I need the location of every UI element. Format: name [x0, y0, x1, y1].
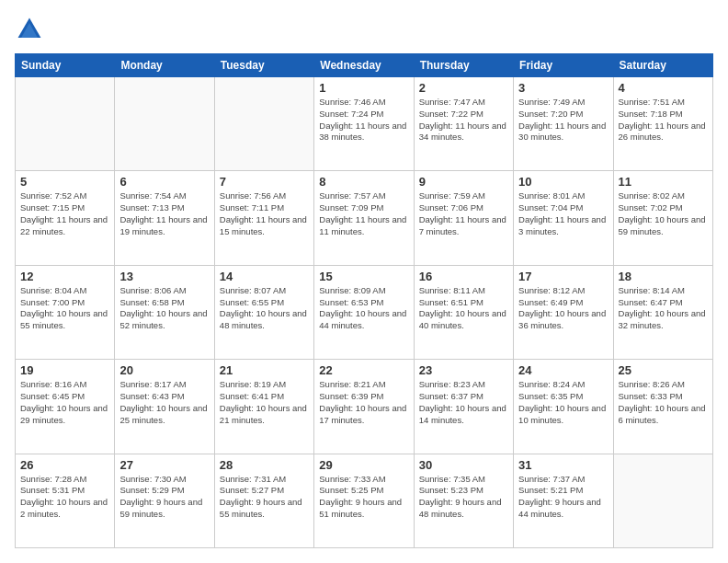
calendar-cell: 15Sunrise: 8:09 AM Sunset: 6:53 PM Dayli…	[314, 265, 414, 359]
calendar-cell: 25Sunrise: 8:26 AM Sunset: 6:33 PM Dayli…	[613, 360, 712, 454]
calendar-cell: 27Sunrise: 7:30 AM Sunset: 5:29 PM Dayli…	[115, 454, 214, 547]
day-number: 5	[20, 175, 109, 189]
day-number: 27	[119, 458, 209, 472]
weekday-header-thursday: Thursday	[414, 54, 513, 77]
day-info: Sunrise: 8:14 AM Sunset: 6:47 PM Dayligh…	[619, 285, 708, 332]
day-info: Sunrise: 7:59 AM Sunset: 7:06 PM Dayligh…	[419, 190, 508, 237]
header	[15, 15, 713, 44]
day-number: 2	[419, 81, 508, 95]
calendar-table: SundayMondayTuesdayWednesdayThursdayFrid…	[15, 53, 713, 548]
weekday-header-tuesday: Tuesday	[214, 54, 313, 77]
day-info: Sunrise: 7:30 AM Sunset: 5:29 PM Dayligh…	[119, 474, 209, 521]
calendar-cell: 7Sunrise: 7:56 AM Sunset: 7:11 PM Daylig…	[214, 171, 313, 265]
week-row-3: 12Sunrise: 8:04 AM Sunset: 7:00 PM Dayli…	[16, 265, 713, 359]
calendar-cell: 31Sunrise: 7:37 AM Sunset: 5:21 PM Dayli…	[514, 454, 613, 547]
day-number: 21	[220, 363, 309, 377]
day-number: 13	[119, 270, 209, 283]
day-info: Sunrise: 8:24 AM Sunset: 6:35 PM Dayligh…	[518, 379, 608, 426]
calendar-cell: 18Sunrise: 8:14 AM Sunset: 6:47 PM Dayli…	[613, 265, 712, 359]
weekday-header-wednesday: Wednesday	[314, 54, 414, 77]
day-number: 31	[518, 458, 608, 472]
day-info: Sunrise: 8:26 AM Sunset: 6:33 PM Dayligh…	[619, 379, 708, 426]
day-number: 10	[518, 175, 608, 189]
page: SundayMondayTuesdayWednesdayThursdayFrid…	[0, 0, 728, 563]
day-info: Sunrise: 7:54 AM Sunset: 7:13 PM Dayligh…	[119, 190, 209, 237]
calendar-cell	[115, 77, 214, 171]
day-number: 6	[119, 175, 209, 189]
calendar-cell: 14Sunrise: 8:07 AM Sunset: 6:55 PM Dayli…	[214, 265, 313, 359]
day-info: Sunrise: 7:33 AM Sunset: 5:25 PM Dayligh…	[319, 474, 408, 521]
weekday-header-row: SundayMondayTuesdayWednesdayThursdayFrid…	[16, 54, 713, 77]
day-info: Sunrise: 8:11 AM Sunset: 6:51 PM Dayligh…	[419, 285, 508, 332]
logo-icon	[15, 15, 44, 44]
day-info: Sunrise: 7:47 AM Sunset: 7:22 PM Dayligh…	[419, 97, 508, 144]
calendar-cell: 19Sunrise: 8:16 AM Sunset: 6:45 PM Dayli…	[16, 360, 115, 454]
day-info: Sunrise: 8:21 AM Sunset: 6:39 PM Dayligh…	[319, 379, 408, 426]
day-number: 9	[419, 175, 508, 189]
calendar-cell: 17Sunrise: 8:12 AM Sunset: 6:49 PM Dayli…	[514, 265, 613, 359]
day-number: 11	[619, 175, 708, 189]
day-info: Sunrise: 7:52 AM Sunset: 7:15 PM Dayligh…	[20, 190, 109, 237]
calendar-cell	[16, 77, 115, 171]
day-info: Sunrise: 8:16 AM Sunset: 6:45 PM Dayligh…	[20, 379, 109, 426]
calendar-cell: 6Sunrise: 7:54 AM Sunset: 7:13 PM Daylig…	[115, 171, 214, 265]
day-number: 8	[319, 175, 408, 189]
day-info: Sunrise: 7:37 AM Sunset: 5:21 PM Dayligh…	[518, 474, 608, 521]
weekday-header-monday: Monday	[115, 54, 214, 77]
calendar-cell: 4Sunrise: 7:51 AM Sunset: 7:18 PM Daylig…	[613, 77, 712, 171]
day-number: 30	[419, 458, 508, 472]
logo	[15, 15, 48, 44]
day-number: 3	[518, 81, 608, 95]
calendar-cell: 13Sunrise: 8:06 AM Sunset: 6:58 PM Dayli…	[115, 265, 214, 359]
calendar-cell: 22Sunrise: 8:21 AM Sunset: 6:39 PM Dayli…	[314, 360, 414, 454]
day-info: Sunrise: 7:56 AM Sunset: 7:11 PM Dayligh…	[220, 190, 309, 237]
calendar-cell	[214, 77, 313, 171]
day-number: 20	[119, 363, 209, 377]
day-info: Sunrise: 8:19 AM Sunset: 6:41 PM Dayligh…	[220, 379, 309, 426]
week-row-5: 26Sunrise: 7:28 AM Sunset: 5:31 PM Dayli…	[16, 454, 713, 547]
calendar-cell: 5Sunrise: 7:52 AM Sunset: 7:15 PM Daylig…	[16, 171, 115, 265]
day-number: 18	[619, 270, 708, 283]
day-info: Sunrise: 8:06 AM Sunset: 6:58 PM Dayligh…	[119, 285, 209, 332]
weekday-header-friday: Friday	[514, 54, 613, 77]
day-info: Sunrise: 7:35 AM Sunset: 5:23 PM Dayligh…	[419, 474, 508, 521]
day-number: 22	[319, 363, 408, 377]
calendar-cell: 8Sunrise: 7:57 AM Sunset: 7:09 PM Daylig…	[314, 171, 414, 265]
weekday-header-saturday: Saturday	[613, 54, 712, 77]
day-number: 4	[619, 81, 708, 95]
day-number: 25	[619, 363, 708, 377]
week-row-1: 1Sunrise: 7:46 AM Sunset: 7:24 PM Daylig…	[16, 77, 713, 171]
day-info: Sunrise: 8:02 AM Sunset: 7:02 PM Dayligh…	[619, 190, 708, 237]
calendar-cell: 3Sunrise: 7:49 AM Sunset: 7:20 PM Daylig…	[514, 77, 613, 171]
day-info: Sunrise: 7:51 AM Sunset: 7:18 PM Dayligh…	[619, 97, 708, 144]
weekday-header-sunday: Sunday	[16, 54, 115, 77]
calendar-cell: 20Sunrise: 8:17 AM Sunset: 6:43 PM Dayli…	[115, 360, 214, 454]
day-number: 7	[220, 175, 309, 189]
day-info: Sunrise: 7:57 AM Sunset: 7:09 PM Dayligh…	[319, 190, 408, 237]
calendar-cell	[613, 454, 712, 547]
calendar-cell: 1Sunrise: 7:46 AM Sunset: 7:24 PM Daylig…	[314, 77, 414, 171]
week-row-4: 19Sunrise: 8:16 AM Sunset: 6:45 PM Dayli…	[16, 360, 713, 454]
day-number: 12	[20, 270, 109, 283]
day-number: 26	[20, 458, 109, 472]
day-info: Sunrise: 8:01 AM Sunset: 7:04 PM Dayligh…	[518, 190, 608, 237]
calendar-cell: 29Sunrise: 7:33 AM Sunset: 5:25 PM Dayli…	[314, 454, 414, 547]
day-number: 14	[220, 270, 309, 283]
day-info: Sunrise: 7:49 AM Sunset: 7:20 PM Dayligh…	[518, 97, 608, 144]
day-number: 16	[419, 270, 508, 283]
day-info: Sunrise: 7:46 AM Sunset: 7:24 PM Dayligh…	[319, 97, 408, 144]
calendar-cell: 26Sunrise: 7:28 AM Sunset: 5:31 PM Dayli…	[16, 454, 115, 547]
day-info: Sunrise: 8:12 AM Sunset: 6:49 PM Dayligh…	[518, 285, 608, 332]
day-number: 28	[220, 458, 309, 472]
day-info: Sunrise: 7:28 AM Sunset: 5:31 PM Dayligh…	[20, 474, 109, 521]
calendar-cell: 11Sunrise: 8:02 AM Sunset: 7:02 PM Dayli…	[613, 171, 712, 265]
day-info: Sunrise: 8:23 AM Sunset: 6:37 PM Dayligh…	[419, 379, 508, 426]
calendar-cell: 23Sunrise: 8:23 AM Sunset: 6:37 PM Dayli…	[414, 360, 513, 454]
calendar-cell: 2Sunrise: 7:47 AM Sunset: 7:22 PM Daylig…	[414, 77, 513, 171]
day-info: Sunrise: 8:17 AM Sunset: 6:43 PM Dayligh…	[119, 379, 209, 426]
calendar-cell: 9Sunrise: 7:59 AM Sunset: 7:06 PM Daylig…	[414, 171, 513, 265]
calendar-cell: 12Sunrise: 8:04 AM Sunset: 7:00 PM Dayli…	[16, 265, 115, 359]
calendar-cell: 30Sunrise: 7:35 AM Sunset: 5:23 PM Dayli…	[414, 454, 513, 547]
day-number: 24	[518, 363, 608, 377]
day-number: 23	[419, 363, 508, 377]
